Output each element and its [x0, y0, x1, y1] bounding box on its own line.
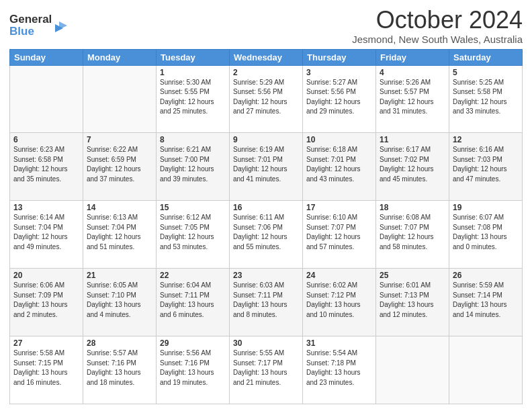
day-number: 7 — [87, 135, 152, 144]
table-row: 16Sunrise: 6:11 AM Sunset: 7:06 PM Dayli… — [230, 201, 303, 269]
day-info: Sunrise: 6:16 AM Sunset: 7:03 PM Dayligh… — [453, 145, 519, 184]
col-wednesday: Wednesday — [230, 49, 303, 65]
day-info: Sunrise: 6:02 AM Sunset: 7:12 PM Dayligh… — [306, 281, 372, 320]
col-sunday: Sunday — [10, 49, 83, 65]
day-info: Sunrise: 6:18 AM Sunset: 7:01 PM Dayligh… — [306, 145, 372, 184]
day-info: Sunrise: 6:08 AM Sunset: 7:07 PM Dayligh… — [380, 213, 445, 252]
table-row: 10Sunrise: 6:18 AM Sunset: 7:01 PM Dayli… — [303, 133, 376, 201]
day-info: Sunrise: 5:26 AM Sunset: 5:57 PM Dayligh… — [380, 78, 445, 117]
title-block: October 2024 Jesmond, New South Wales, A… — [352, 7, 523, 45]
day-info: Sunrise: 6:05 AM Sunset: 7:10 PM Dayligh… — [87, 281, 152, 320]
day-info: Sunrise: 6:07 AM Sunset: 7:08 PM Dayligh… — [453, 213, 519, 252]
header: General Blue October 2024 Jesmond, New S… — [9, 7, 523, 45]
col-thursday: Thursday — [303, 49, 376, 65]
day-info: Sunrise: 5:25 AM Sunset: 5:58 PM Dayligh… — [453, 78, 519, 117]
col-friday: Friday — [376, 49, 449, 65]
day-info: Sunrise: 6:17 AM Sunset: 7:02 PM Dayligh… — [380, 145, 445, 184]
table-row: 8Sunrise: 6:21 AM Sunset: 7:00 PM Daylig… — [157, 133, 230, 201]
day-number: 22 — [160, 271, 226, 280]
day-info: Sunrise: 6:11 AM Sunset: 7:06 PM Dayligh… — [233, 213, 299, 252]
logo: General Blue — [9, 9, 70, 40]
day-number: 21 — [87, 271, 152, 280]
day-info: Sunrise: 6:03 AM Sunset: 7:11 PM Dayligh… — [233, 281, 299, 320]
table-row — [10, 65, 83, 133]
table-row: 20Sunrise: 6:06 AM Sunset: 7:09 PM Dayli… — [10, 269, 83, 336]
table-row: 31Sunrise: 5:54 AM Sunset: 7:18 PM Dayli… — [303, 336, 376, 404]
col-monday: Monday — [83, 49, 157, 65]
day-number: 31 — [306, 338, 372, 348]
day-number: 18 — [380, 203, 445, 212]
svg-text:Blue: Blue — [9, 25, 34, 38]
table-row: 24Sunrise: 6:02 AM Sunset: 7:12 PM Dayli… — [303, 269, 376, 336]
table-row: 26Sunrise: 5:59 AM Sunset: 7:14 PM Dayli… — [449, 269, 523, 336]
calendar-table: Sunday Monday Tuesday Wednesday Thursday… — [9, 49, 523, 404]
day-number: 10 — [306, 135, 372, 144]
table-row — [449, 336, 523, 404]
day-info: Sunrise: 5:59 AM Sunset: 7:14 PM Dayligh… — [453, 281, 519, 320]
table-row: 11Sunrise: 6:17 AM Sunset: 7:02 PM Dayli… — [376, 133, 449, 201]
day-number: 27 — [13, 338, 79, 348]
table-row: 1Sunrise: 5:30 AM Sunset: 5:55 PM Daylig… — [157, 65, 230, 133]
day-info: Sunrise: 6:06 AM Sunset: 7:09 PM Dayligh… — [13, 281, 79, 320]
calendar-week-row: 20Sunrise: 6:06 AM Sunset: 7:09 PM Dayli… — [10, 269, 523, 336]
day-number: 11 — [380, 135, 445, 144]
table-row: 2Sunrise: 5:29 AM Sunset: 5:56 PM Daylig… — [230, 65, 303, 133]
day-number: 25 — [380, 271, 445, 280]
table-row: 21Sunrise: 6:05 AM Sunset: 7:10 PM Dayli… — [83, 269, 157, 336]
table-row: 30Sunrise: 5:55 AM Sunset: 7:17 PM Dayli… — [230, 336, 303, 404]
day-info: Sunrise: 6:19 AM Sunset: 7:01 PM Dayligh… — [233, 145, 299, 184]
day-number: 20 — [13, 271, 79, 280]
calendar-week-row: 27Sunrise: 5:58 AM Sunset: 7:15 PM Dayli… — [10, 336, 523, 404]
day-info: Sunrise: 6:22 AM Sunset: 6:59 PM Dayligh… — [87, 145, 152, 184]
svg-text:General: General — [9, 13, 52, 26]
day-number: 5 — [453, 68, 519, 77]
day-number: 15 — [160, 203, 226, 212]
calendar-header-row: Sunday Monday Tuesday Wednesday Thursday… — [10, 49, 523, 65]
day-info: Sunrise: 5:54 AM Sunset: 7:18 PM Dayligh… — [306, 349, 372, 387]
day-info: Sunrise: 5:56 AM Sunset: 7:16 PM Dayligh… — [160, 349, 226, 387]
table-row: 22Sunrise: 6:04 AM Sunset: 7:11 PM Dayli… — [157, 269, 230, 336]
table-row: 3Sunrise: 5:27 AM Sunset: 5:56 PM Daylig… — [303, 65, 376, 133]
calendar-week-row: 1Sunrise: 5:30 AM Sunset: 5:55 PM Daylig… — [10, 65, 523, 133]
day-number: 13 — [13, 203, 79, 212]
day-info: Sunrise: 5:57 AM Sunset: 7:16 PM Dayligh… — [87, 349, 152, 387]
table-row — [83, 65, 157, 133]
table-row: 6Sunrise: 6:23 AM Sunset: 6:58 PM Daylig… — [10, 133, 83, 201]
table-row: 17Sunrise: 6:10 AM Sunset: 7:07 PM Dayli… — [303, 201, 376, 269]
day-number: 28 — [87, 338, 152, 348]
day-info: Sunrise: 5:27 AM Sunset: 5:56 PM Dayligh… — [306, 78, 372, 117]
day-info: Sunrise: 6:14 AM Sunset: 7:04 PM Dayligh… — [13, 213, 79, 252]
table-row: 7Sunrise: 6:22 AM Sunset: 6:59 PM Daylig… — [83, 133, 157, 201]
table-row: 13Sunrise: 6:14 AM Sunset: 7:04 PM Dayli… — [10, 201, 83, 269]
table-row: 18Sunrise: 6:08 AM Sunset: 7:07 PM Dayli… — [376, 201, 449, 269]
day-number: 26 — [453, 271, 519, 280]
main-title: October 2024 — [352, 7, 523, 34]
table-row: 29Sunrise: 5:56 AM Sunset: 7:16 PM Dayli… — [157, 336, 230, 404]
day-number: 14 — [87, 203, 152, 212]
day-number: 4 — [380, 68, 445, 77]
day-info: Sunrise: 6:04 AM Sunset: 7:11 PM Dayligh… — [160, 281, 226, 320]
day-number: 23 — [233, 271, 299, 280]
table-row: 28Sunrise: 5:57 AM Sunset: 7:16 PM Dayli… — [83, 336, 157, 404]
day-number: 30 — [233, 338, 299, 348]
day-info: Sunrise: 6:23 AM Sunset: 6:58 PM Dayligh… — [13, 145, 79, 184]
table-row: 19Sunrise: 6:07 AM Sunset: 7:08 PM Dayli… — [449, 201, 523, 269]
day-info: Sunrise: 5:55 AM Sunset: 7:17 PM Dayligh… — [233, 349, 299, 387]
table-row: 27Sunrise: 5:58 AM Sunset: 7:15 PM Dayli… — [10, 336, 83, 404]
day-number: 29 — [160, 338, 226, 348]
day-number: 3 — [306, 68, 372, 77]
table-row: 5Sunrise: 5:25 AM Sunset: 5:58 PM Daylig… — [449, 65, 523, 133]
col-tuesday: Tuesday — [157, 49, 230, 65]
day-info: Sunrise: 6:21 AM Sunset: 7:00 PM Dayligh… — [160, 145, 226, 184]
day-info: Sunrise: 5:30 AM Sunset: 5:55 PM Dayligh… — [160, 78, 226, 117]
day-number: 12 — [453, 135, 519, 144]
day-info: Sunrise: 5:58 AM Sunset: 7:15 PM Dayligh… — [13, 349, 79, 387]
svg-marker-3 — [59, 21, 67, 30]
table-row: 9Sunrise: 6:19 AM Sunset: 7:01 PM Daylig… — [230, 133, 303, 201]
page: General Blue October 2024 Jesmond, New S… — [0, 0, 532, 411]
table-row: 23Sunrise: 6:03 AM Sunset: 7:11 PM Dayli… — [230, 269, 303, 336]
day-number: 9 — [233, 135, 299, 144]
calendar-week-row: 13Sunrise: 6:14 AM Sunset: 7:04 PM Dayli… — [10, 201, 523, 269]
day-number: 6 — [13, 135, 79, 144]
table-row — [376, 336, 449, 404]
